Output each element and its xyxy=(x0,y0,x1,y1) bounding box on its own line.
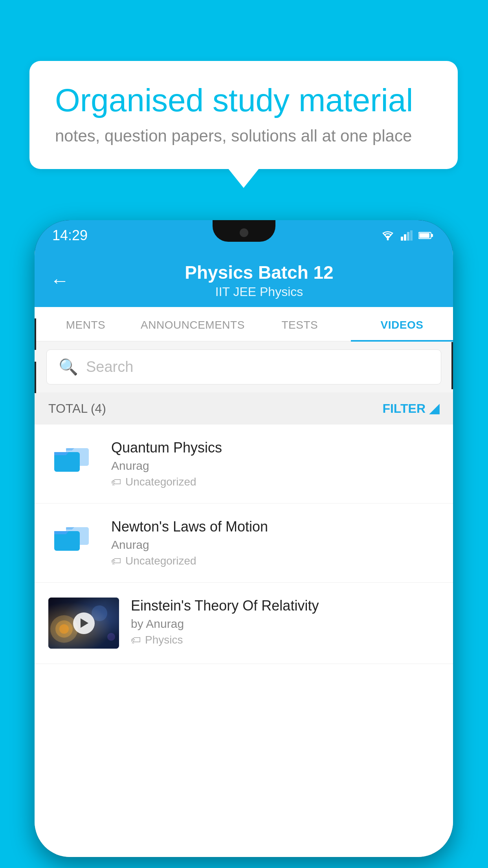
phone-volume-down xyxy=(35,362,36,393)
video-tag: 🏷 Uncategorized xyxy=(111,555,439,567)
tag-icon: 🏷 xyxy=(131,634,141,646)
video-thumbnail xyxy=(48,598,119,649)
search-placeholder: Search xyxy=(86,359,133,375)
tab-ments[interactable]: MENTS xyxy=(35,307,137,342)
video-info: Einstein's Theory Of Relativity by Anura… xyxy=(131,598,439,646)
phone-screen: ← Physics Batch 12 IIT JEE Physics MENTS… xyxy=(35,251,453,857)
tag-label: Uncategorized xyxy=(125,476,196,488)
tag-icon: 🏷 xyxy=(111,476,121,488)
play-button[interactable] xyxy=(73,612,95,634)
back-button[interactable]: ← xyxy=(50,270,69,291)
signal-icon xyxy=(401,230,413,241)
search-bar[interactable]: 🔍 Search xyxy=(46,349,441,384)
video-tag: 🏷 Physics xyxy=(131,634,439,646)
batch-subtitle: IIT JEE Physics xyxy=(81,285,437,299)
folder-icon xyxy=(52,522,92,558)
status-time: 14:29 xyxy=(52,227,88,244)
svg-point-14 xyxy=(59,624,69,634)
svg-rect-4 xyxy=(410,230,413,241)
filter-icon: ◢ xyxy=(429,401,439,416)
filter-button[interactable]: FILTER ◢ xyxy=(382,401,439,416)
svg-point-16 xyxy=(107,633,115,641)
notch xyxy=(213,220,275,242)
svg-rect-1 xyxy=(401,237,403,241)
video-info: Quantum Physics Anurag 🏷 Uncategorized xyxy=(111,440,439,488)
speech-bubble: Organised study material notes, question… xyxy=(29,61,458,169)
list-item[interactable]: Quantum Physics Anurag 🏷 Uncategorized xyxy=(35,425,453,504)
app-header: ← Physics Batch 12 IIT JEE Physics xyxy=(35,251,453,307)
svg-rect-6 xyxy=(419,233,429,238)
video-author: Anurag xyxy=(111,459,439,473)
status-icons xyxy=(381,230,433,241)
tag-label: Uncategorized xyxy=(125,555,196,567)
video-info: Newton's Laws of Motion Anurag 🏷 Uncateg… xyxy=(111,519,439,567)
battery-icon xyxy=(418,231,433,240)
video-title: Quantum Physics xyxy=(111,440,439,456)
svg-rect-3 xyxy=(407,232,409,241)
video-title: Newton's Laws of Motion xyxy=(111,519,439,535)
header-title-group: Physics Batch 12 IIT JEE Physics xyxy=(81,262,437,299)
speech-bubble-heading: Organised study material xyxy=(55,83,432,118)
video-title: Einstein's Theory Of Relativity xyxy=(131,598,439,614)
status-bar: 14:29 xyxy=(35,220,453,251)
phone-power-button xyxy=(451,342,453,389)
tab-videos[interactable]: VIDEOS xyxy=(351,307,453,342)
wifi-icon xyxy=(381,230,395,241)
tag-icon: 🏷 xyxy=(111,555,121,567)
batch-title: Physics Batch 12 xyxy=(81,262,437,283)
tab-tests[interactable]: TESTS xyxy=(249,307,351,342)
search-icon: 🔍 xyxy=(59,358,78,376)
front-camera xyxy=(240,228,248,237)
speech-bubble-subtext: notes, question papers, solutions all at… xyxy=(55,127,432,145)
total-count: TOTAL (4) xyxy=(48,401,106,416)
svg-rect-7 xyxy=(431,234,433,237)
svg-point-15 xyxy=(92,605,107,621)
phone-volume-up xyxy=(35,318,36,350)
filter-bar: TOTAL (4) FILTER ◢ xyxy=(35,392,453,425)
tag-label: Physics xyxy=(145,634,183,646)
svg-rect-2 xyxy=(404,234,406,241)
phone-frame: 14:29 xyxy=(35,220,453,857)
video-list: Quantum Physics Anurag 🏷 Uncategorized xyxy=(35,425,453,857)
play-icon xyxy=(81,618,88,628)
list-item[interactable]: Newton's Laws of Motion Anurag 🏷 Uncateg… xyxy=(35,504,453,583)
svg-point-0 xyxy=(387,239,389,241)
search-container: 🔍 Search xyxy=(35,342,453,392)
video-tag: 🏷 Uncategorized xyxy=(111,476,439,488)
tab-announcements[interactable]: ANNOUNCEMENTS xyxy=(137,307,249,342)
video-author: Anurag xyxy=(111,538,439,552)
video-author: by Anurag xyxy=(131,617,439,631)
folder-icon xyxy=(52,443,92,479)
filter-label: FILTER xyxy=(382,401,426,416)
list-item[interactable]: Einstein's Theory Of Relativity by Anura… xyxy=(35,583,453,664)
tab-bar: MENTS ANNOUNCEMENTS TESTS VIDEOS xyxy=(35,307,453,342)
